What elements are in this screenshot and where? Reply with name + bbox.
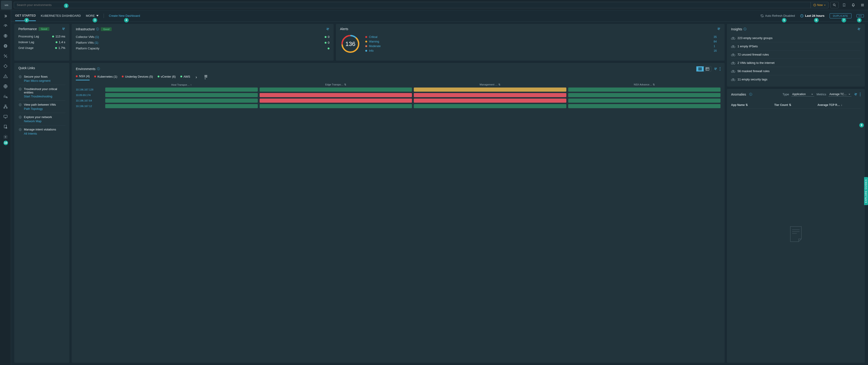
notifications-button[interactable] [849, 1, 857, 9]
now-label: Now [817, 3, 823, 7]
search-icon [833, 3, 836, 7]
callout-1: 1 [64, 3, 68, 8]
search-input[interactable] [14, 3, 811, 7]
clock-icon [813, 3, 816, 7]
bookmark-button[interactable] [840, 1, 848, 9]
topbar: vm Now [0, 0, 868, 10]
menu-button[interactable] [859, 1, 866, 9]
time-now-selector[interactable]: Now [811, 2, 828, 8]
hamburger-icon [860, 3, 865, 7]
svg-point-1 [833, 4, 835, 5]
search-button[interactable] [830, 2, 839, 8]
search-container: Now [14, 2, 829, 8]
bell-icon [851, 3, 855, 7]
bookmark-icon [842, 3, 846, 7]
chevron-down-icon [824, 4, 826, 6]
vmware-logo[interactable]: vm [1, 1, 12, 9]
